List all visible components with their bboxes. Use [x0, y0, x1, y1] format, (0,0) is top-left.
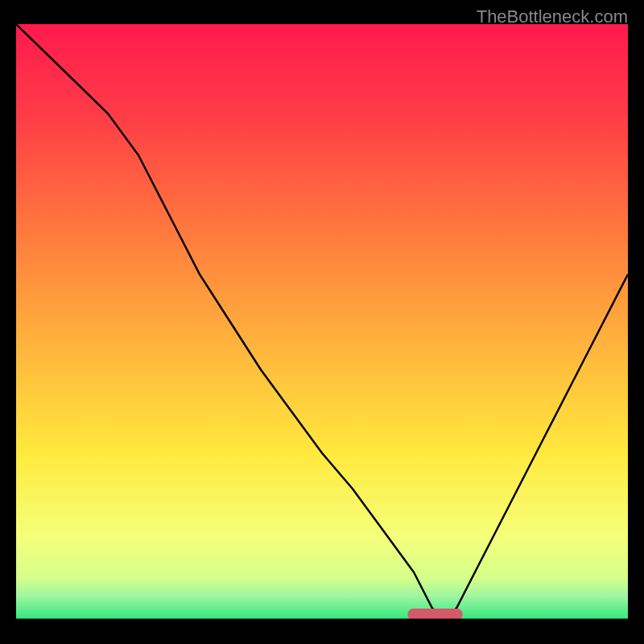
chart-container: [16, 24, 628, 620]
optimal-marker: [407, 609, 462, 620]
chart-svg: [16, 24, 628, 620]
watermark-text: TheBottleneck.com: [477, 6, 628, 27]
